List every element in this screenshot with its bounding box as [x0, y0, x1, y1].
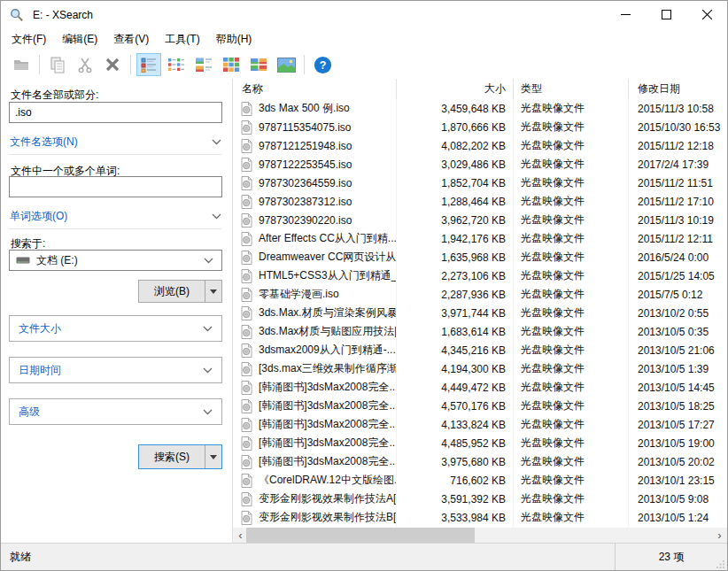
file-type: 光盘映像文件 [514, 322, 629, 341]
panel-divider [9, 228, 221, 229]
table-row[interactable]: 3ds.Max材质与贴图应用技法[... 1,683,614 KB 光盘映像文件… [233, 322, 727, 341]
advanced-section-header[interactable]: 高级 [9, 398, 222, 425]
menu-item-view[interactable]: 查看(V) [105, 28, 157, 50]
scroll-right-button[interactable]: › [712, 528, 727, 543]
file-type: 光盘映像文件 [514, 490, 629, 508]
table-row[interactable]: [3ds.max三维效果制作循序渐... 4,194,300 KB 光盘映像文件… [233, 359, 727, 378]
disc-image-file-icon [241, 455, 252, 469]
table-row[interactable]: After Effects CC从入门到精... 1,942,176 KB 光盘… [233, 229, 727, 248]
disc-image-file-icon [241, 306, 252, 320]
file-type: 光盘映像文件 [514, 341, 629, 359]
file-name-cell: [3ds.max三维效果制作循序渐... [233, 359, 397, 378]
word-options-expander[interactable]: 单词选项(O) [10, 207, 221, 225]
item-count: 23 项 [615, 544, 727, 570]
table-row[interactable]: 9787115354075.iso 1,870,666 KB 光盘映像文件 20… [233, 118, 727, 136]
file-date: 2015/10/30 16:53 [629, 118, 727, 136]
size-section-header[interactable]: 文件大小 [9, 315, 222, 342]
column-header-type[interactable]: 类型 [514, 79, 629, 99]
filename-input[interactable] [9, 102, 222, 123]
scroll-thumb[interactable] [246, 528, 475, 543]
delete-button[interactable] [100, 53, 125, 76]
close-button[interactable] [686, 1, 727, 28]
horizontal-scrollbar[interactable]: ‹ › [233, 528, 727, 543]
search-button[interactable]: 搜索(S) [139, 445, 205, 468]
table-row[interactable]: 9787121251948.iso 4,082,202 KB 光盘映像文件 20… [233, 136, 727, 155]
table-row[interactable]: 9787302390220.iso 3,962,720 KB 光盘映像文件 20… [233, 211, 727, 229]
table-row[interactable]: Dreamweaver CC网页设计从... 1,635,968 KB 光盘映像… [233, 248, 727, 266]
medium-icons-view-button[interactable] [191, 53, 216, 76]
table-row[interactable]: 9787302364559.iso 1,852,704 KB 光盘映像文件 20… [233, 174, 727, 192]
file-type: 光盘映像文件 [514, 452, 629, 471]
resize-grip[interactable] [716, 559, 725, 568]
datetime-section-header[interactable]: 日期时间 [9, 357, 222, 383]
file-type: 光盘映像文件 [514, 415, 629, 434]
tiles-view-button[interactable] [219, 53, 244, 76]
file-date: 2013/10/1 23:15 [629, 471, 727, 490]
disc-image-file-icon [241, 325, 252, 339]
minimize-icon [621, 10, 631, 19]
column-header-size[interactable]: 大小 [397, 79, 514, 99]
cut-button[interactable] [73, 53, 97, 76]
disc-image-file-icon [241, 176, 252, 190]
location-select[interactable]: 文档 (E:) [9, 250, 222, 271]
file-rows: 3ds Max 500 例.iso 3,459,648 KB 光盘映像文件 20… [233, 99, 727, 528]
location-value: 文档 (E:) [36, 253, 78, 268]
file-name: [3ds.max三维效果制作循序渐... [259, 361, 397, 376]
table-row[interactable]: [韩涌图书]3dsMax2008完全... 4,570,176 KB 光盘映像文… [233, 397, 727, 415]
table-row[interactable]: [韩涌图书]3dsMax2008完全... 4,133,824 KB 光盘映像文… [233, 415, 727, 434]
file-date: 2013/10/5 19:00 [629, 434, 727, 452]
table-row[interactable]: 3ds.Max.材质与渲染案例风暴... 3,971,744 KB 光盘映像文件… [233, 304, 727, 322]
words-input[interactable] [9, 176, 222, 197]
table-row[interactable]: 9787122253545.iso 3,029,486 KB 光盘映像文件 20… [233, 155, 727, 174]
disc-image-file-icon [241, 269, 252, 283]
list-header: 名称 大小 类型 修改日期 [233, 79, 727, 99]
file-date: 2013/10/5 20:02 [629, 452, 727, 471]
file-name: 变形金刚影视效果制作技法B[... [259, 510, 397, 525]
column-header-date[interactable]: 修改日期 [629, 79, 727, 99]
file-size: 3,029,486 KB [397, 155, 514, 174]
content-view-button[interactable] [246, 53, 271, 76]
minimize-button[interactable] [605, 1, 646, 28]
search-split-button: 搜索(S) [138, 444, 222, 469]
file-date: 2015/11/2 12:11 [629, 229, 727, 248]
table-row[interactable]: 变形金刚影视效果制作技法A[... 3,591,392 KB 光盘映像文件 20… [233, 490, 727, 508]
small-icons-view-button[interactable] [164, 53, 189, 76]
table-row[interactable]: 零基础学漫画.iso 2,287,936 KB 光盘映像文件 2015/7/5 … [233, 285, 727, 304]
filename-options-expander[interactable]: 文件名选项(N) [10, 133, 221, 150]
file-size: 1,870,666 KB [397, 118, 514, 136]
file-type: 光盘映像文件 [514, 99, 629, 118]
file-size: 4,133,824 KB [397, 415, 514, 434]
toolbar-separator [39, 55, 40, 74]
table-row[interactable]: 3dsmax2009从入门到精通-... 4,345,216 KB 光盘映像文件… [233, 341, 727, 359]
copy-button[interactable] [45, 53, 70, 76]
file-name-cell: 9787302390220.iso [233, 211, 397, 229]
browse-button[interactable]: 浏览(B) [139, 281, 205, 302]
browse-dropdown-button[interactable] [205, 281, 221, 302]
menu-item-edit[interactable]: 编辑(E) [54, 28, 105, 50]
menu-item-help[interactable]: 帮助(H) [208, 28, 260, 50]
column-header-name[interactable]: 名称 [233, 79, 397, 99]
maximize-button[interactable] [646, 1, 686, 28]
table-row[interactable]: [韩涌图书]3dsMax2008完全... 3,975,680 KB 光盘映像文… [233, 452, 727, 471]
help-button[interactable]: ? [310, 53, 335, 76]
menu-item-tools[interactable]: 工具(T) [157, 28, 207, 50]
table-row[interactable]: HTML5+CSS3从入门到精通_... 2,273,106 KB 光盘映像文件… [233, 266, 727, 285]
menu-item-file[interactable]: 文件(F) [4, 28, 54, 50]
table-row[interactable]: 9787302387312.iso 1,288,464 KB 光盘映像文件 20… [233, 192, 727, 211]
large-thumbnail-view-button[interactable] [274, 53, 298, 76]
table-row[interactable]: [韩涌图书]3dsMax2008完全... 4,485,952 KB 光盘映像文… [233, 434, 727, 452]
details-view-icon [140, 57, 158, 73]
search-dropdown-button[interactable] [205, 445, 221, 468]
cut-scissors-icon [77, 57, 93, 73]
disc-image-file-icon [241, 288, 252, 302]
table-row[interactable]: 《CorelDRAW.12中文版绘图... 716,602 KB 光盘映像文件 … [233, 471, 727, 490]
tiles-view-icon [222, 57, 240, 73]
details-view-button[interactable] [136, 53, 161, 76]
open-button[interactable] [9, 53, 34, 76]
file-size: 3,459,648 KB [397, 99, 514, 118]
file-name-cell: 3ds Max 500 例.iso [233, 99, 397, 118]
table-row[interactable]: [韩涌图书]3dsMax2008完全... 4,449,472 KB 光盘映像文… [233, 378, 727, 397]
file-name: 9787122253545.iso [259, 158, 352, 171]
table-row[interactable]: 变形金刚影视效果制作技法B[... 3,533,984 KB 光盘映像文件 20… [233, 508, 727, 527]
table-row[interactable]: 3ds Max 500 例.iso 3,459,648 KB 光盘映像文件 20… [233, 99, 727, 118]
